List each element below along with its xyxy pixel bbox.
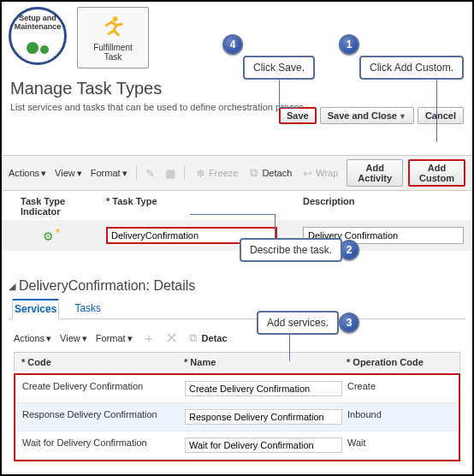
running-person-icon [100,15,126,40]
setup-maintenance-icon[interactable]: Setup and Maintenance [9,7,67,65]
col-operation-code: Operation Code [347,357,453,367]
table-row: Create Delivery Confirmation Create [15,375,459,403]
chevron-down-icon: ▾ [77,168,82,179]
freeze-icon: ❄ [193,166,207,180]
cell-code: Wait for Delivery Confirmation [22,437,185,453]
cell-op: Create [347,381,452,396]
cell-name-input[interactable] [185,381,342,396]
callout-badge-4: 4 [222,34,243,55]
view-menu[interactable]: View ▾ [55,168,82,179]
details-section: ◢ DeliveryConfirmation: Details Services… [2,275,472,461]
main-toolbar: Actions ▾ View ▾ Format ▾ ✎ ▦ ❄Freeze ⧉D… [2,155,472,191]
callout-badge-1: 1 [339,34,359,55]
wrap-icon: ↩ [300,166,314,180]
svc-detach-button[interactable]: ⧉Detac [187,331,228,345]
cell-op: Wait [347,437,452,453]
services-toolbar: Actions ▾ View ▾ Format ▾ ＋ ✕ ⧉Detac [9,319,465,352]
svc-actions-menu[interactable]: Actions ▾ [14,333,51,344]
actions-menu[interactable]: Actions ▾ [9,168,46,179]
add-icon[interactable]: ＋ [141,328,157,348]
wrap-button[interactable]: ↩Wrap [300,166,338,180]
tab-tasks[interactable]: Tasks [73,299,103,318]
edit-icon[interactable]: ✎ [145,166,156,180]
freeze-button[interactable]: ❄Freeze [193,166,238,180]
setup-label: Setup and Maintenance [11,15,64,32]
chevron-down-icon: ▾ [46,333,51,344]
cancel-button[interactable]: Cancel [418,107,464,124]
chevron-down-icon: ▼ [399,112,406,121]
fulfillment-label: Fulfillment Task [93,43,133,62]
detach-icon: ⧉ [187,331,200,345]
cell-name-input[interactable] [185,437,342,453]
callout-bubble-4: Click Save. [243,56,315,80]
task-indicator-icon: ⚙★ [43,229,58,241]
svg-point-0 [113,16,118,21]
table-row: Response Delivery Confirmation Inbound [15,403,459,431]
chevron-down-icon: ▾ [82,333,87,344]
col-description: Description [303,196,464,217]
callout-bubble-1: Click Add Custom. [359,56,464,80]
add-custom-button[interactable]: Add Custom [408,159,465,187]
tab-services[interactable]: Services [12,299,59,319]
cell-code: Response Delivery Confirmation [22,409,185,425]
callout-badge-3: 3 [339,312,359,333]
gear-icon [40,45,49,54]
svc-format-menu[interactable]: Format ▾ [96,333,133,344]
save-and-close-button[interactable]: Save and Close▼ [320,107,414,124]
callout-bubble-3: Add services. [257,311,339,335]
detach-button[interactable]: ⧉Detach [246,166,292,180]
chevron-down-icon: ▾ [41,168,46,179]
services-table: Create Delivery Confirmation Create Resp… [14,373,460,461]
add-activity-button[interactable]: Add Activity [347,159,403,187]
details-tabs: Services Tasks [9,297,465,319]
format-menu[interactable]: Format ▾ [91,168,127,179]
detach-icon: ⧉ [246,166,260,180]
collapse-icon[interactable]: ◢ [9,281,15,292]
col-name: Name [184,357,347,367]
details-title: DeliveryConfirmation: Details [19,278,195,294]
fulfillment-task-icon[interactable]: Fulfillment Task [77,7,149,68]
cell-name-input[interactable] [185,409,342,425]
grid-icon[interactable]: ▦ [164,166,175,180]
save-button[interactable]: Save [279,107,317,124]
services-table-header: Code Name Operation Code [14,352,460,372]
chevron-down-icon: ▾ [122,168,127,179]
cell-code: Create Delivery Confirmation [22,381,185,396]
callout-bubble-2: Describe the task. [240,238,342,262]
svc-view-menu[interactable]: View ▾ [60,333,87,344]
remove-icon[interactable]: ✕ [165,329,178,348]
col-indicator: Task Type Indicator [21,196,80,217]
gear-icon [27,42,39,54]
table-row: Wait for Delivery Confirmation Wait [15,431,459,460]
chevron-down-icon: ▾ [127,333,133,344]
col-code: Code [21,357,184,367]
cell-op: Inbound [347,409,452,425]
